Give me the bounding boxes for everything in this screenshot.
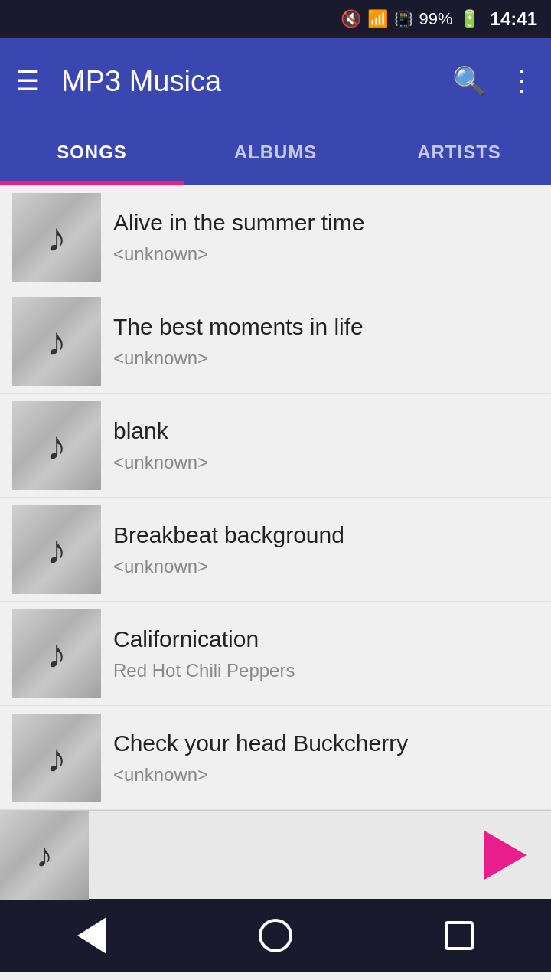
song-artist: <unknown> — [113, 243, 551, 265]
song-title: Californication — [113, 626, 551, 652]
status-bar: 🔇 📶 📳 99% 🔋 14:41 — [0, 0, 551, 38]
sim-icon: 📳 — [394, 10, 413, 28]
music-note-icon: ♪ — [47, 423, 67, 469]
song-info: Breakbeat background <unknown> — [113, 522, 551, 577]
song-title: blank — [113, 418, 551, 444]
song-title: Breakbeat background — [113, 522, 551, 548]
song-thumbnail: ♪ — [12, 297, 101, 386]
wifi-icon: 📶 — [367, 9, 388, 29]
tab-songs[interactable]: SONGS — [0, 123, 184, 185]
play-icon — [484, 831, 527, 880]
now-playing-thumbnail: ♪ — [0, 811, 89, 900]
song-list: ♪ Alive in the summer time <unknown> ♪ T… — [0, 185, 551, 810]
battery-level: 99% — [419, 9, 453, 29]
song-info: The best moments in life <unknown> — [113, 314, 551, 369]
music-note-icon: ♪ — [36, 836, 53, 874]
song-thumbnail: ♪ — [12, 401, 101, 490]
list-item[interactable]: ♪ The best moments in life <unknown> — [0, 289, 551, 394]
song-info: blank <unknown> — [113, 418, 551, 473]
song-title: The best moments in life — [113, 314, 551, 340]
list-item[interactable]: ♪ Alive in the summer time <unknown> — [0, 185, 551, 289]
tabs-bar: SONGS ALBUMS ARTISTS — [0, 124, 551, 185]
home-button[interactable] — [253, 913, 298, 959]
menu-icon[interactable]: ☰ — [15, 65, 40, 97]
song-info: Californication Red Hot Chili Peppers — [113, 626, 551, 681]
song-artist: <unknown> — [113, 764, 551, 786]
back-icon — [77, 917, 106, 954]
home-icon — [259, 919, 292, 952]
song-title: Check your head Buckcherry — [113, 730, 551, 756]
song-thumbnail: ♪ — [12, 714, 101, 802]
song-artist: <unknown> — [113, 348, 551, 369]
song-info: Alive in the summer time <unknown> — [113, 210, 551, 265]
list-item[interactable]: ♪ Californication Red Hot Chili Peppers — [0, 602, 551, 706]
more-vert-icon[interactable]: ⋮ — [508, 65, 536, 97]
music-note-icon: ♪ — [47, 631, 67, 677]
battery-icon: 🔋 — [459, 9, 480, 29]
song-artist: <unknown> — [113, 556, 551, 577]
app-bar: ☰ MP3 Musica 🔍 ⋮ — [0, 38, 551, 124]
play-button[interactable] — [474, 825, 536, 886]
music-note-icon: ♪ — [47, 214, 67, 260]
song-artist: Red Hot Chili Peppers — [113, 660, 551, 681]
list-item[interactable]: ♪ Breakbeat background <unknown> — [0, 498, 551, 602]
list-item[interactable]: ♪ Check your head Buckcherry <unknown> — [0, 706, 551, 810]
music-note-icon: ♪ — [47, 527, 67, 573]
song-thumbnail: ♪ — [12, 505, 101, 594]
bottom-navigation — [0, 899, 551, 972]
song-thumbnail: ♪ — [12, 193, 101, 282]
list-item[interactable]: ♪ blank <unknown> — [0, 394, 551, 498]
tab-albums[interactable]: ALBUMS — [184, 123, 367, 185]
status-time: 14:41 — [491, 8, 537, 30]
mute-icon: 🔇 — [341, 9, 361, 29]
song-title: Alive in the summer time — [113, 210, 551, 236]
music-note-icon: ♪ — [47, 318, 67, 364]
now-playing-bar[interactable]: ♪ — [0, 810, 551, 899]
music-note-icon: ♪ — [47, 735, 67, 781]
recent-icon — [445, 921, 474, 950]
song-info: Check your head Buckcherry <unknown> — [113, 730, 551, 786]
app-title: MP3 Musica — [61, 65, 431, 98]
tab-artists[interactable]: ARTISTS — [367, 123, 551, 185]
search-icon[interactable]: 🔍 — [452, 65, 487, 97]
song-thumbnail: ♪ — [12, 609, 101, 698]
status-icons: 🔇 📶 📳 99% 🔋 14:41 — [341, 8, 537, 30]
song-artist: <unknown> — [113, 452, 551, 473]
back-button[interactable] — [69, 913, 115, 959]
recent-button[interactable] — [436, 913, 482, 959]
